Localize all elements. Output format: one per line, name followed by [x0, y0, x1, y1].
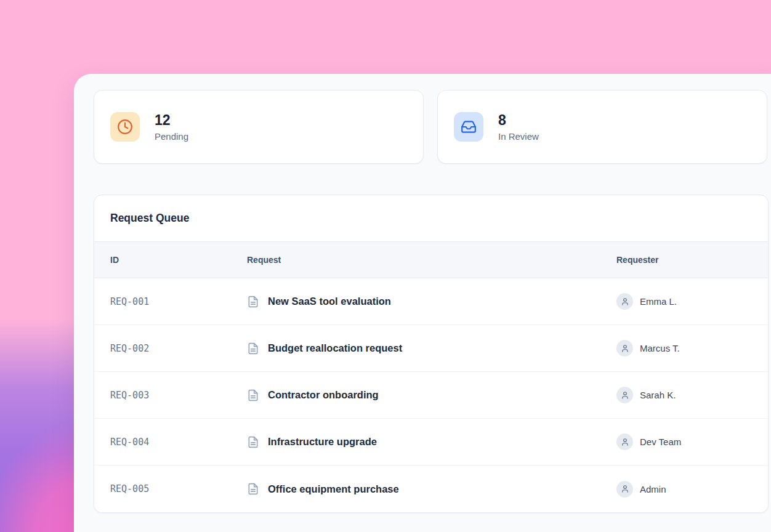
request-title: Office equipment purchase — [268, 483, 399, 495]
clock-icon — [110, 112, 140, 142]
table-row[interactable]: REQ-002 Budget reallocation request Marc… — [94, 325, 768, 372]
table-row[interactable]: REQ-001 New SaaS tool evaluation Emma L. — [94, 278, 768, 325]
requester-name: Dev Team — [640, 437, 681, 447]
file-text-icon — [247, 483, 259, 495]
pending-count: 12 — [155, 112, 188, 128]
file-text-icon — [247, 296, 259, 308]
stats-row: 12 Pending 8 In Review — [94, 90, 769, 164]
column-header-id: ID — [110, 255, 247, 265]
table-row[interactable]: REQ-005 Office equipment purchase Admin — [94, 465, 768, 512]
requester-name: Sarah K. — [640, 390, 676, 400]
requester-name: Admin — [640, 484, 666, 494]
inbox-icon — [454, 112, 483, 142]
stat-card-in-review[interactable]: 8 In Review — [437, 90, 767, 164]
in-review-label: In Review — [498, 131, 539, 142]
user-avatar-icon — [616, 340, 633, 357]
column-header-request: Request — [247, 255, 616, 265]
requester-name: Emma L. — [640, 296, 677, 307]
pending-label: Pending — [155, 131, 188, 142]
request-id: REQ-001 — [110, 296, 247, 307]
user-avatar-icon — [616, 481, 633, 498]
request-id: REQ-004 — [110, 437, 247, 448]
main-panel: 12 Pending 8 In Review Request Queue ID … — [74, 74, 771, 532]
request-id: REQ-002 — [110, 343, 247, 354]
request-title: Contractor onboarding — [268, 389, 379, 401]
request-queue-card: Request Queue ID Request Requester REQ-0… — [94, 195, 769, 513]
requester-name: Marcus T. — [640, 343, 680, 353]
request-id: REQ-005 — [110, 483, 247, 494]
column-header-requester: Requester — [616, 255, 752, 265]
queue-header: Request Queue — [94, 195, 768, 242]
request-id: REQ-003 — [110, 390, 247, 401]
queue-title: Request Queue — [110, 212, 189, 225]
user-avatar-icon — [616, 387, 633, 403]
in-review-count: 8 — [498, 112, 539, 128]
table-header-row: ID Request Requester — [94, 242, 768, 278]
file-text-icon — [247, 389, 259, 401]
file-text-icon — [247, 342, 259, 355]
user-avatar-icon — [616, 293, 633, 310]
file-text-icon — [247, 436, 259, 448]
dashboard-screen: { "colors": { "bg_pink": "#FFB2DA", "bg_… — [0, 0, 771, 532]
table-row[interactable]: REQ-003 Contractor onboarding Sarah K. — [94, 372, 768, 419]
request-title: Infrastructure upgrade — [268, 436, 377, 448]
stat-card-pending[interactable]: 12 Pending — [94, 90, 424, 164]
request-title: New SaaS tool evaluation — [268, 296, 391, 307]
request-title: Budget reallocation request — [268, 342, 402, 354]
table-row[interactable]: REQ-004 Infrastructure upgrade Dev Team — [94, 419, 768, 465]
user-avatar-icon — [616, 433, 633, 450]
